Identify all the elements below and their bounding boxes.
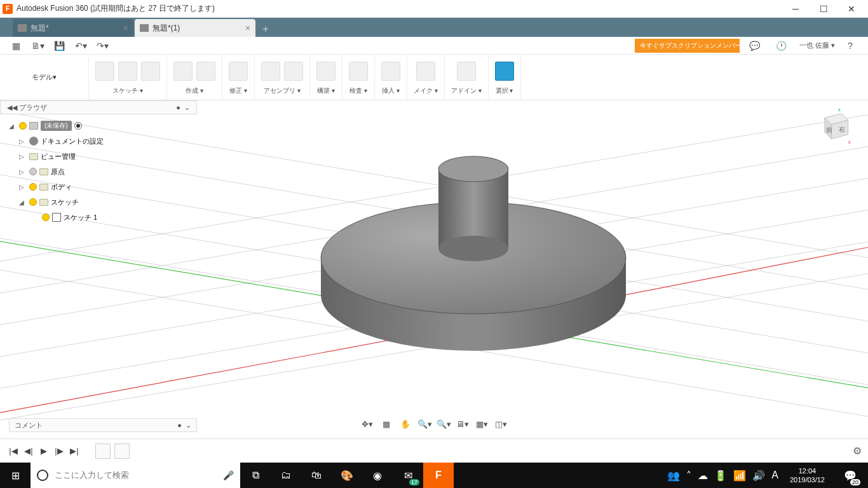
minimize-button[interactable]: ─ xyxy=(782,0,810,18)
bulb-icon[interactable] xyxy=(29,168,37,175)
chevron-down-icon[interactable]: ◢ xyxy=(19,199,27,206)
ribbon: モデル ▾ スケッチ ▾ 作成 ▾ 修正 ▾ アセンブリ ▾ 構築 ▾ 検査 ▾… xyxy=(0,55,868,100)
chrome-icon[interactable]: ◉ xyxy=(362,463,393,488)
pan-button[interactable]: ✋ xyxy=(397,417,414,431)
tree-item-bodies[interactable]: ▷ ボディ xyxy=(0,179,197,194)
clock-icon[interactable]: 🕐 xyxy=(770,38,793,53)
tree-item-views[interactable]: ▷ ビュー管理 xyxy=(0,149,197,164)
close-icon[interactable]: × xyxy=(245,23,250,33)
asbuilt-icon[interactable] xyxy=(284,62,303,81)
zoom-button[interactable]: 🔍▾ xyxy=(416,417,433,431)
timeline-settings-button[interactable]: ⚙ xyxy=(853,445,862,457)
timeline-prev-button[interactable]: ◀| xyxy=(22,444,36,458)
circle-icon[interactable]: ● xyxy=(177,421,182,430)
chevron-down-icon[interactable]: ⌄ xyxy=(184,104,190,112)
document-tab-2[interactable]: 無題*(1) × xyxy=(135,19,255,37)
plane-icon[interactable] xyxy=(316,62,336,81)
workspace-switcher[interactable]: モデル ▾ xyxy=(0,55,89,100)
extrude-icon[interactable] xyxy=(173,62,193,81)
timeline-start-button[interactable]: |◀ xyxy=(6,444,20,458)
help-button[interactable]: ? xyxy=(839,38,862,53)
taskbar-search[interactable]: ここに入力して検索 🎤 xyxy=(31,463,240,488)
grid-button[interactable]: ▦▾ xyxy=(473,417,491,431)
timeline-end-button[interactable]: ▶| xyxy=(67,444,81,458)
comments-bar[interactable]: コメント ●⌄ xyxy=(9,418,197,432)
save-button[interactable]: 💾 xyxy=(50,38,69,53)
start-button[interactable]: ⊞ xyxy=(0,463,31,488)
bulb-icon[interactable] xyxy=(29,183,37,191)
orbit-button[interactable]: ✥▾ xyxy=(358,417,376,431)
svg-rect-19 xyxy=(438,169,508,248)
tray-expand-icon[interactable]: ˄ xyxy=(686,470,691,482)
timeline-play-button[interactable]: ▶ xyxy=(37,444,51,458)
line-tool-icon[interactable] xyxy=(118,62,137,81)
document-tab-1[interactable]: 無題* × xyxy=(13,19,133,37)
mail-icon[interactable]: ✉17 xyxy=(393,463,423,488)
add-tab-button[interactable]: + xyxy=(257,22,275,37)
chevron-down-icon[interactable]: ◢ xyxy=(9,123,17,130)
chevron-right-icon[interactable]: ▷ xyxy=(19,138,27,145)
ime-icon[interactable]: A xyxy=(771,470,778,481)
sketch-tool-icon[interactable] xyxy=(95,62,114,81)
file-explorer-icon[interactable]: 🗂 xyxy=(271,463,301,488)
fusion-app-icon[interactable]: F xyxy=(423,463,454,488)
bulb-icon[interactable] xyxy=(19,122,27,130)
bulb-icon[interactable] xyxy=(29,198,37,206)
joint-icon[interactable] xyxy=(261,62,280,81)
lookAt-button[interactable]: ▦ xyxy=(377,417,395,431)
display-button[interactable]: 🖥▾ xyxy=(454,417,471,431)
rect-tool-icon[interactable] xyxy=(141,62,160,81)
3dprint-icon[interactable] xyxy=(416,62,435,81)
tree-item-sketches[interactable]: ◢ スケッチ xyxy=(0,194,197,210)
circle-icon[interactable]: ● xyxy=(176,104,180,112)
chevron-right-icon[interactable]: ▷ xyxy=(19,153,27,160)
tree-item-origin[interactable]: ▷ 原点 xyxy=(0,164,197,179)
onedrive-icon[interactable]: ☁ xyxy=(698,470,708,482)
pressPull-icon[interactable] xyxy=(229,62,248,81)
paint-icon[interactable]: 🎨 xyxy=(332,463,362,488)
timeline-feature-extrude[interactable] xyxy=(114,444,130,459)
collapse-icon[interactable]: ◀◀ xyxy=(7,104,17,112)
bulb-icon[interactable] xyxy=(42,214,50,221)
item-label: スケッチ 1 xyxy=(64,213,97,222)
chevron-right-icon[interactable]: ▷ xyxy=(19,184,27,191)
chevron-right-icon[interactable]: ▷ xyxy=(19,168,27,175)
close-icon[interactable]: × xyxy=(123,23,128,33)
undo-button[interactable]: ↶▾ xyxy=(71,38,90,53)
file-menu-button[interactable]: 🗎▾ xyxy=(28,38,47,53)
people-icon[interactable]: 👥 xyxy=(667,470,680,482)
timeline-next-button[interactable]: |▶ xyxy=(52,444,66,458)
activate-radio[interactable] xyxy=(74,122,82,130)
battery-icon[interactable]: 🔋 xyxy=(714,470,727,482)
fit-button[interactable]: 🔍▾ xyxy=(435,417,452,431)
view-cube[interactable]: z 前 右 x xyxy=(811,107,855,151)
box-icon[interactable] xyxy=(196,62,215,81)
measure-icon[interactable] xyxy=(349,62,368,81)
addins-icon[interactable] xyxy=(457,62,476,81)
grid-menu-button[interactable]: ▦ xyxy=(6,38,25,53)
decal-icon[interactable] xyxy=(381,62,400,81)
wifi-icon[interactable]: 📶 xyxy=(733,470,746,482)
volume-icon[interactable]: 🔊 xyxy=(752,470,765,482)
select-tool-icon[interactable] xyxy=(495,62,514,81)
action-center-button[interactable]: 💬20 xyxy=(836,463,864,488)
chevron-down-icon[interactable]: ⌄ xyxy=(186,421,191,430)
svg-point-18 xyxy=(321,202,626,314)
browser-header[interactable]: ◀◀ ブラウザ ●⌄ xyxy=(0,100,197,114)
tree-root[interactable]: ◢ (未保存) xyxy=(0,118,197,133)
user-menu[interactable]: 一也 佐藤 ▾ xyxy=(799,41,835,50)
mic-icon[interactable]: 🎤 xyxy=(223,470,234,480)
close-button[interactable]: ✕ xyxy=(837,0,865,18)
maximize-button[interactable]: ☐ xyxy=(810,0,837,18)
viewport-button[interactable]: ◫▾ xyxy=(492,417,510,431)
timeline-feature-sketch[interactable] xyxy=(95,444,111,459)
redo-button[interactable]: ↷▾ xyxy=(93,38,112,53)
store-icon[interactable]: 🛍 xyxy=(301,463,332,488)
tree-item-sketch1[interactable]: スケッチ 1 xyxy=(0,210,197,225)
taskbar-clock[interactable]: 12:04 2019/03/12 xyxy=(785,466,830,484)
z-axis-label: z xyxy=(838,107,841,112)
tree-item-doc-settings[interactable]: ▷ ドキュメントの設定 xyxy=(0,133,197,149)
chat-icon[interactable]: 💬 xyxy=(743,38,766,53)
subscribe-button[interactable]: 今すぐサブスクリプションメンバーに... xyxy=(635,39,740,53)
task-view-button[interactable]: ⧉ xyxy=(240,463,271,488)
